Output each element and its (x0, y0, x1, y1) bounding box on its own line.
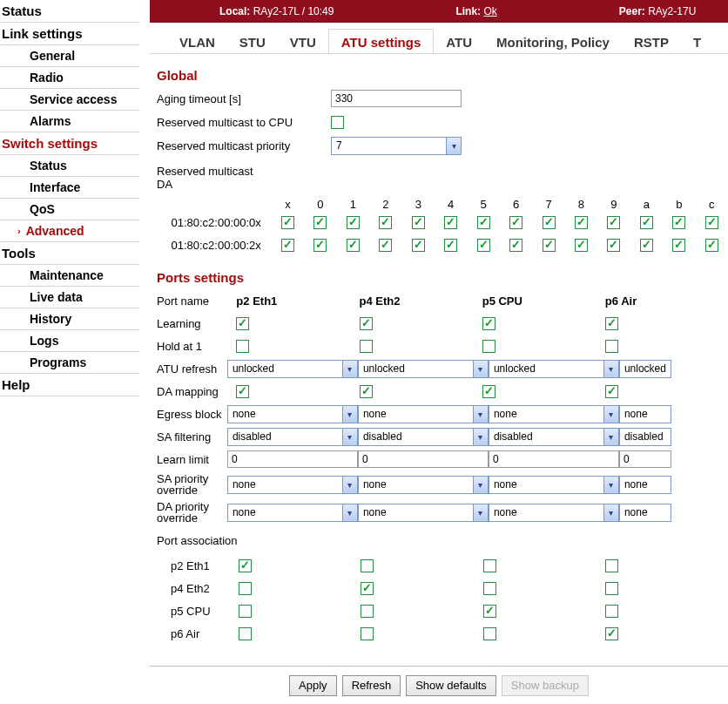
assoc-p6-p2[interactable] (239, 627, 252, 640)
learnlimit-p2[interactable] (227, 450, 358, 468)
daprio-p6[interactable]: none (619, 504, 671, 522)
nav-logs[interactable]: Logs (0, 330, 139, 351)
learning-p5[interactable] (482, 317, 495, 330)
nav-advanced[interactable]: ›Advanced (0, 220, 139, 241)
aturefresh-p4[interactable]: unlocked▾ (358, 360, 489, 378)
tab-extra[interactable]: T (681, 30, 713, 53)
rm-check[interactable] (705, 216, 718, 229)
rm-check[interactable] (444, 239, 457, 252)
nav-radio[interactable]: Radio (0, 67, 139, 88)
nav-maintenance[interactable]: Maintenance (0, 265, 139, 286)
assoc-p5-p5[interactable] (483, 605, 496, 618)
damap-p6[interactable] (605, 385, 618, 398)
nav-qos[interactable]: QoS (0, 199, 139, 220)
assoc-p5-p2[interactable] (239, 605, 252, 618)
learning-p4[interactable] (360, 317, 373, 330)
rm-check[interactable] (509, 239, 522, 252)
damap-p2[interactable] (236, 385, 249, 398)
rm-check[interactable] (640, 216, 653, 229)
rm-check[interactable] (575, 239, 588, 252)
rm-check[interactable] (607, 216, 620, 229)
aturefresh-p5[interactable]: unlocked▾ (489, 360, 619, 378)
rm-check[interactable] (477, 239, 490, 252)
refresh-button[interactable]: Refresh (342, 675, 401, 696)
tab-vlan[interactable]: VLAN (167, 30, 227, 53)
rm-check[interactable] (313, 216, 327, 229)
nav-history[interactable]: History (0, 308, 139, 329)
rm-check[interactable] (543, 216, 556, 229)
tab-stu[interactable]: STU (227, 30, 278, 53)
assoc-p6-p5[interactable] (483, 627, 496, 640)
saprio-p6[interactable]: none (619, 476, 671, 494)
assoc-p4-p2[interactable] (239, 582, 252, 595)
rm-check[interactable] (347, 239, 360, 252)
daprio-p5[interactable]: none▾ (489, 504, 619, 522)
tab-atu-settings[interactable]: ATU settings (328, 29, 434, 54)
assoc-p4-p4[interactable] (361, 582, 374, 595)
res-mc-prio-select[interactable]: 7▾ (331, 137, 462, 155)
damap-p5[interactable] (482, 385, 495, 398)
assoc-p5-p4[interactable] (361, 605, 374, 618)
nav-livedata[interactable]: Live data (0, 287, 139, 308)
nav-status[interactable]: Status (0, 0, 139, 22)
egress-p4[interactable]: none▾ (358, 405, 489, 423)
learning-p2[interactable] (236, 317, 249, 330)
rm-check[interactable] (412, 239, 425, 252)
nav-general[interactable]: General (0, 45, 139, 66)
learnlimit-p4[interactable] (358, 450, 489, 468)
rm-check[interactable] (412, 216, 425, 229)
link-value[interactable]: Ok (483, 5, 496, 17)
hold-p6[interactable] (605, 340, 618, 353)
rm-check[interactable] (575, 216, 588, 229)
tab-atu[interactable]: ATU (434, 30, 484, 53)
rm-check[interactable] (313, 239, 327, 252)
rm-check[interactable] (347, 216, 360, 229)
assoc-p4-p5[interactable] (483, 582, 496, 595)
safilter-p6[interactable]: disabled (619, 428, 671, 446)
nav-programs[interactable]: Programs (0, 352, 139, 373)
assoc-p5-p6[interactable] (605, 605, 618, 618)
tab-rstp[interactable]: RSTP (622, 30, 681, 53)
safilter-p2[interactable]: disabled▾ (227, 428, 358, 446)
nav-tools[interactable]: Tools (0, 242, 139, 264)
learnlimit-p6[interactable] (619, 450, 671, 468)
assoc-p2-p5[interactable] (483, 559, 496, 572)
nav-link-settings[interactable]: Link settings (0, 23, 139, 44)
safilter-p5[interactable]: disabled▾ (489, 428, 619, 446)
damap-p4[interactable] (360, 385, 373, 398)
saprio-p4[interactable]: none▾ (358, 476, 489, 494)
rm-check[interactable] (543, 239, 556, 252)
rm-check[interactable] (672, 239, 685, 252)
daprio-p2[interactable]: none▾ (227, 504, 358, 522)
rm-check[interactable] (607, 239, 620, 252)
daprio-p4[interactable]: none▾ (358, 504, 489, 522)
show-defaults-button[interactable]: Show defaults (406, 675, 496, 696)
rm-check[interactable] (379, 239, 392, 252)
res-mc-cpu-check[interactable] (331, 116, 344, 129)
assoc-p2-p4[interactable] (361, 559, 374, 572)
nav-help[interactable]: Help (0, 374, 139, 396)
hold-p2[interactable] (236, 340, 249, 353)
rm-check[interactable] (509, 216, 522, 229)
learnlimit-p5[interactable] (489, 450, 619, 468)
rm-check[interactable] (477, 216, 490, 229)
hold-p4[interactable] (360, 340, 373, 353)
aturefresh-p6[interactable]: unlocked (619, 360, 671, 378)
assoc-p2-p6[interactable] (605, 559, 618, 572)
saprio-p5[interactable]: none▾ (489, 476, 619, 494)
egress-p5[interactable]: none▾ (489, 405, 619, 423)
nav-alarms[interactable]: Alarms (0, 111, 139, 132)
assoc-p2-p2[interactable] (239, 559, 252, 572)
tab-monitoring[interactable]: Monitoring, Policy (484, 30, 622, 53)
nav-service-access[interactable]: Service access (0, 89, 139, 110)
learning-p6[interactable] (605, 317, 618, 330)
aging-input[interactable] (331, 90, 462, 107)
assoc-p6-p4[interactable] (361, 627, 374, 640)
assoc-p6-p6[interactable] (605, 627, 618, 640)
rm-check[interactable] (444, 216, 457, 229)
aturefresh-p2[interactable]: unlocked▾ (227, 360, 358, 378)
tab-vtu[interactable]: VTU (278, 30, 328, 53)
saprio-p2[interactable]: none▾ (227, 476, 358, 494)
rm-check[interactable] (281, 239, 294, 252)
hold-p5[interactable] (482, 340, 495, 353)
